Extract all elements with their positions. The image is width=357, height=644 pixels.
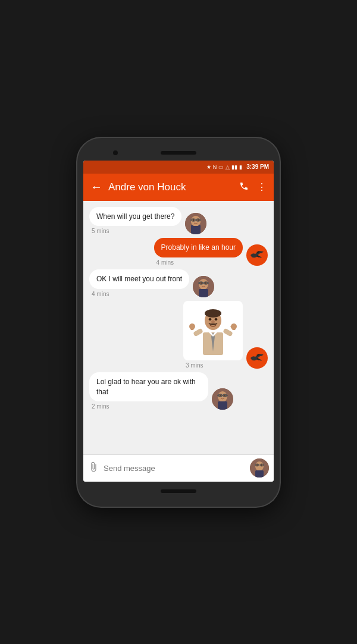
wifi-icon: △: [226, 164, 230, 170]
phone-call-button[interactable]: [239, 181, 249, 193]
message-row: OK I will meet you out front 4 mins: [89, 269, 268, 297]
message-bubble: When will you get there?: [89, 207, 181, 227]
phone-bottom-bar: [83, 484, 274, 498]
message-bubble-wrap: Probably in like an hour 4 mins: [154, 238, 243, 266]
app-bar: ← Andre von Houck ⋮: [83, 174, 274, 201]
message-row: Lol glad to hear you are ok with that 2 …: [89, 372, 268, 410]
svg-rect-54: [255, 470, 264, 477]
send-avatar: [250, 458, 269, 477]
svg-point-34: [211, 320, 215, 323]
svg-rect-21: [199, 289, 208, 297]
message-time: 4 mins: [89, 291, 189, 297]
svg-point-32: [209, 318, 212, 321]
more-options-button[interactable]: ⋮: [257, 181, 267, 193]
avatar: [246, 244, 268, 266]
signal-icon: ▮▮: [231, 164, 237, 170]
message-bubble: Lol glad to hear you are ok with that: [89, 372, 208, 402]
svg-point-43: [224, 395, 226, 397]
status-time: 3:39 PM: [246, 164, 269, 170]
phone-frame: ★ N ▭ △ ▮▮ ▮ 3:39 PM ← Andre von Houck ⋮: [77, 138, 280, 507]
message-bubble-outgoing: Probably in like an hour: [154, 238, 243, 257]
phone-screen: ★ N ▭ △ ▮▮ ▮ 3:39 PM ← Andre von Houck ⋮: [83, 161, 274, 482]
nfc-icon: N: [213, 164, 217, 170]
message-bubble: OK I will meet you out front: [89, 269, 189, 289]
message-bubble-wrap: OK I will meet you out front 4 mins: [89, 269, 189, 297]
app-bar-actions: ⋮: [239, 181, 267, 193]
message-time: 3 mins: [183, 362, 243, 369]
message-text: OK I will meet you out front: [96, 275, 182, 283]
sticker-message: 3 mins: [183, 301, 243, 369]
messages-container: When will you get there? 5 mins: [83, 201, 274, 454]
contact-name: Andre von Houck: [108, 181, 239, 193]
battery-icon: ▮: [239, 164, 242, 170]
message-row: Probably in like an hour 4 mins: [89, 238, 268, 266]
avatar: [212, 388, 233, 410]
svg-point-10: [198, 219, 199, 221]
mute-icon: ▭: [218, 164, 224, 170]
svg-point-33: [215, 318, 218, 321]
message-text: When will you get there?: [96, 212, 174, 221]
svg-rect-11: [191, 226, 201, 234]
svg-rect-44: [218, 401, 227, 410]
message-bubble-wrap: When will you get there? 5 mins: [89, 207, 181, 235]
svg-point-42: [220, 395, 221, 397]
avatar: [193, 276, 214, 297]
message-row: When will you get there? 5 mins: [89, 207, 268, 235]
svg-point-9: [193, 219, 195, 221]
avatar: [185, 213, 206, 234]
svg-point-52: [256, 464, 258, 466]
svg-point-53: [261, 464, 262, 466]
avatar: [246, 347, 268, 369]
message-text: Probably in like an hour: [161, 243, 236, 252]
message-text: Lol glad to hear you are ok with that: [96, 378, 196, 396]
svg-point-31: [205, 309, 221, 318]
attach-button[interactable]: [88, 461, 99, 475]
speaker-grille: [161, 151, 196, 155]
sticker-box: [183, 301, 243, 360]
borat-sticker: [186, 304, 240, 357]
bottom-speaker: [161, 489, 196, 493]
message-input[interactable]: [104, 464, 245, 473]
message-row: 3 mins: [89, 301, 268, 369]
svg-point-19: [201, 282, 202, 284]
front-camera: [113, 150, 118, 155]
message-time: 5 mins: [89, 228, 181, 234]
phone-top-bar: [83, 146, 274, 159]
bluetooth-icon: ★: [206, 164, 211, 170]
svg-point-20: [205, 282, 207, 284]
message-time: 2 mins: [89, 403, 208, 410]
message-time: 4 mins: [154, 259, 243, 266]
input-bar: [83, 454, 274, 482]
status-icons: ★ N ▭ △ ▮▮ ▮ 3:39 PM: [206, 164, 269, 170]
message-bubble-wrap: Lol glad to hear you are ok with that 2 …: [89, 372, 208, 410]
status-bar: ★ N ▭ △ ▮▮ ▮ 3:39 PM: [83, 161, 274, 174]
back-button[interactable]: ←: [90, 180, 102, 194]
